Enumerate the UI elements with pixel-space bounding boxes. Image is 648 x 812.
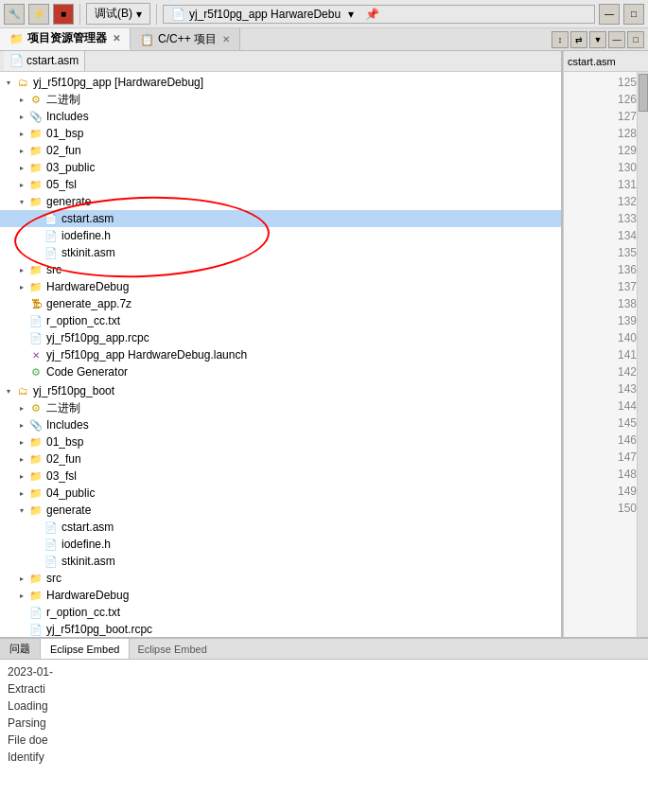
roption1-item[interactable]: 📄 r_option_cc.txt (0, 312, 561, 329)
file-dropdown[interactable]: 📄 yj_r5f10pg_app HarwareDebu ▾ 📌 (163, 5, 595, 24)
binary1-item[interactable]: ⚙ 二进制 (0, 91, 561, 108)
cstart2-item[interactable]: 📄 cstart.asm (0, 519, 561, 536)
roption2-item[interactable]: 📄 r_option_cc.txt (0, 604, 561, 621)
fsl2-arrow[interactable] (15, 469, 28, 483)
src1-arrow[interactable] (15, 263, 28, 276)
project2-arrow[interactable] (2, 384, 15, 397)
cstart1-item[interactable]: 📄 cstart.asm (0, 210, 561, 227)
generate1-arrow[interactable] (15, 195, 28, 208)
codegen1-item[interactable]: ⚙ Code Generator (0, 363, 561, 380)
line-136: 136 (568, 261, 644, 278)
src2-arrow[interactable] (15, 572, 28, 585)
project2-root[interactable]: 🗂 yj_r5f10pg_boot (0, 382, 561, 399)
fun2-arrow[interactable] (15, 452, 28, 466)
scrollbar-thumb[interactable] (639, 74, 648, 112)
binary2-label: 二进制 (46, 400, 80, 416)
genapp1-item[interactable]: 🗜 generate_app.7z (0, 295, 561, 312)
launch1-arrow (15, 348, 28, 362)
console-line-1: 2023-01- (8, 663, 640, 680)
public1-item[interactable]: 📁 03_public (0, 159, 561, 176)
stop-btn[interactable]: ■ (53, 4, 74, 25)
fsl1-label: 05_fsl (46, 178, 77, 191)
min-view-btn[interactable]: — (608, 31, 625, 48)
fun2-label: 02_fun (46, 452, 81, 466)
fun1-item[interactable]: 📁 02_fun (0, 142, 561, 159)
iodefine2-item[interactable]: 📄 iodefine.h (0, 536, 561, 553)
max-view-btn[interactable]: □ (627, 31, 644, 48)
hwdebug1-item[interactable]: 📁 HardwareDebug (0, 278, 561, 295)
generate2-arrow[interactable] (15, 503, 28, 517)
fun1-label: 02_fun (46, 144, 81, 157)
bottom-tab-bar: 问题 Eclipse Embed Eclipse Embed (0, 639, 648, 660)
includes1-icon: 📎 (28, 109, 44, 124)
flash-btn[interactable]: ⚡ (28, 4, 49, 25)
bsp1-icon: 📁 (28, 126, 44, 141)
sync-btn[interactable]: ↕ (552, 31, 569, 48)
bottom-panel: 问题 Eclipse Embed Eclipse Embed 2023-01- … (0, 637, 648, 812)
collapse-btn[interactable]: ⇄ (570, 31, 587, 48)
generate1-item[interactable]: 📁 generate (0, 193, 561, 210)
tab-console[interactable]: Eclipse Embed (41, 639, 130, 659)
project1-arrow[interactable] (2, 76, 15, 89)
src2-item[interactable]: 📁 src (0, 570, 561, 587)
project1-icon: 🗂 (15, 75, 30, 90)
roption1-arrow (15, 314, 28, 327)
tab-cpp-label: C/C++ 项目 (158, 31, 217, 47)
codegen1-label: Code Generator (46, 365, 128, 379)
view-menu-btn[interactable]: ▼ (589, 31, 606, 48)
scrollbar-track[interactable] (637, 72, 648, 637)
src2-label: src (46, 572, 61, 585)
fsl1-item[interactable]: 📁 05_fsl (0, 176, 561, 193)
rcpc1-item[interactable]: 📄 yj_r5f10pg_app.rcpc (0, 329, 561, 346)
tab-close-cpp[interactable]: ✕ (222, 34, 230, 44)
includes2-arrow[interactable] (15, 418, 28, 432)
bsp2-arrow[interactable] (15, 435, 28, 449)
cstart2-arrow (30, 521, 44, 534)
line-143: 143 (568, 380, 644, 397)
includes1-arrow[interactable] (15, 110, 28, 123)
public1-arrow[interactable] (15, 161, 28, 174)
tab-project-explorer[interactable]: 📁 项目资源管理器 ✕ (0, 28, 131, 50)
bsp2-item[interactable]: 📁 01_bsp (0, 433, 561, 450)
public2-item[interactable]: 📁 04_public (0, 485, 561, 502)
line-148: 148 (568, 466, 644, 483)
fun1-arrow[interactable] (15, 144, 28, 157)
minimize-btn[interactable]: — (599, 4, 620, 25)
generate2-item[interactable]: 📁 generate (0, 502, 561, 519)
tab-cstart[interactable]: 📄 cstart.asm (4, 51, 85, 72)
includes2-label: Includes (46, 418, 89, 432)
public2-arrow[interactable] (15, 486, 28, 500)
tab-problems[interactable]: 问题 (0, 639, 41, 659)
binary2-item[interactable]: ⚙ 二进制 (0, 399, 561, 416)
bsp1-arrow[interactable] (15, 127, 28, 140)
iodefine1-item[interactable]: 📄 iodefine.h (0, 227, 561, 244)
debug-arrow: ▾ (136, 8, 142, 21)
fsl2-item[interactable]: 📁 03_fsl (0, 468, 561, 485)
codegen1-icon: ⚙ (28, 364, 44, 380)
hwdebug1-arrow[interactable] (15, 280, 28, 293)
launch1-item[interactable]: ✕ yj_r5f10pg_app HardwareDebug.launch (0, 346, 561, 363)
debug-dropdown[interactable]: 调试(B) ▾ (86, 3, 150, 25)
stkinit2-item[interactable]: 📄 stkinit.asm (0, 553, 561, 570)
tab-close-explorer[interactable]: ✕ (113, 33, 120, 44)
includes1-item[interactable]: 📎 Includes (0, 108, 561, 125)
bsp1-item[interactable]: 📁 01_bsp (0, 125, 561, 142)
binary2-arrow[interactable] (15, 401, 28, 415)
tools-btn[interactable]: 🔧 (4, 4, 25, 25)
includes2-icon: 📎 (28, 417, 44, 432)
console-line-4: Parsing (8, 715, 640, 732)
hwdebug2-arrow[interactable] (15, 589, 28, 602)
line-147: 147 (568, 449, 644, 466)
rcpc2-item[interactable]: 📄 yj_r5f10pg_boot.rcpc (0, 621, 561, 638)
roption2-arrow (15, 606, 28, 619)
hwdebug2-item[interactable]: 📁 HardwareDebug (0, 587, 561, 604)
project1-root[interactable]: 🗂 yj_r5f10pg_app [HardwareDebug] (0, 74, 561, 91)
binary1-arrow[interactable] (15, 93, 28, 106)
stkinit1-item[interactable]: 📄 stkinit.asm (0, 244, 561, 261)
fun2-item[interactable]: 📁 02_fun (0, 450, 561, 468)
tab-cpp[interactable]: 📋 C/C++ 项目 ✕ (131, 28, 240, 50)
src1-item[interactable]: 📁 src (0, 261, 561, 278)
fsl1-arrow[interactable] (15, 178, 28, 191)
includes2-item[interactable]: 📎 Includes (0, 416, 561, 433)
maximize-btn[interactable]: □ (623, 4, 644, 25)
